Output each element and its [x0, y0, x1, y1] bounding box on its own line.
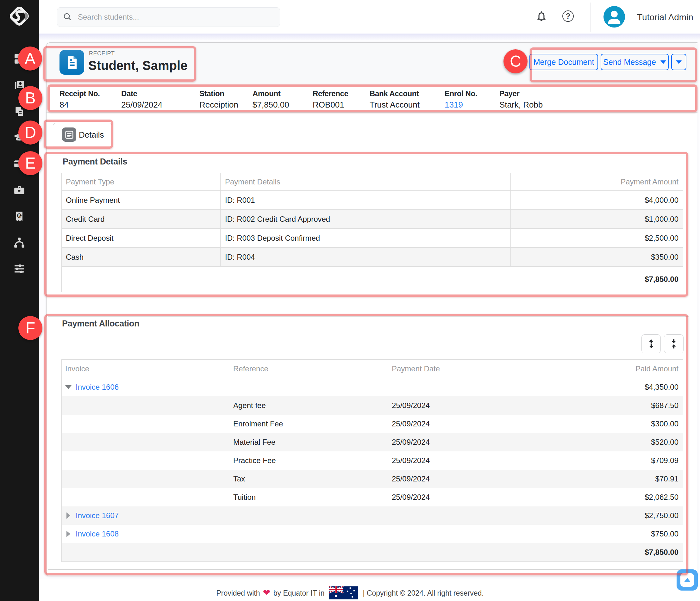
reference-cell: Tuition: [233, 488, 392, 506]
receipt-document-icon: [59, 50, 84, 75]
sidebar-item-agents[interactable]: [13, 184, 26, 197]
sidebar-item-courses[interactable]: [13, 131, 26, 144]
info-label: Receipt No.: [59, 89, 100, 98]
allocation-total: $7,850.00: [507, 543, 683, 561]
info-value: $7,850.00: [252, 100, 289, 109]
collapse-all-button[interactable]: [664, 334, 683, 353]
payment-details-cell: ID: R001: [221, 191, 511, 209]
reference-cell: [233, 506, 392, 525]
payment-date-cell: 25/09/2024: [392, 470, 507, 488]
avatar[interactable]: [603, 6, 625, 28]
svg-text:$: $: [18, 213, 21, 218]
merge-document-button[interactable]: Merge Document: [529, 54, 598, 70]
network-icon: [13, 236, 26, 249]
invoice-cell: [62, 470, 233, 488]
footer-text-middle: by Equator IT in: [273, 589, 325, 597]
allocation-sub-row: Agent fee25/09/2024$687.50: [62, 396, 683, 415]
bell-icon[interactable]: [535, 10, 548, 23]
payment-date-cell: [392, 506, 507, 525]
agents-icon: [13, 184, 26, 197]
tab-strip-border: [48, 146, 692, 146]
info-label: Station: [199, 89, 238, 98]
more-actions-button[interactable]: [671, 54, 686, 70]
expand-row-icon[interactable]: [67, 531, 70, 537]
payment-details-cell: ID: R004: [221, 248, 511, 266]
allocation-sub-row: Tax25/09/2024$70.91: [62, 470, 683, 488]
reference-cell: Enrolment Fee: [233, 415, 392, 433]
info-value: 25/09/2024: [121, 100, 162, 109]
expand-all-icon: [646, 338, 657, 349]
info-field-date: Date25/09/2024: [121, 85, 162, 109]
sidebar-item-students[interactable]: [13, 79, 26, 92]
payment-details-total: $7,850.00: [62, 267, 683, 292]
payment-amount-cell: $1,000.00: [511, 210, 683, 228]
scroll-top-button[interactable]: [677, 569, 698, 591]
collapse-row-icon[interactable]: [65, 385, 72, 389]
info-field-receipt-no: Receipt No.84: [59, 85, 100, 109]
payment-date-cell: 25/09/2024: [392, 451, 507, 470]
send-message-button[interactable]: Send Message: [601, 54, 669, 70]
total-spacer: [233, 543, 392, 561]
sidebar-item-network[interactable]: [13, 236, 26, 249]
page: ? Tutorial Admin RECEIPT Student, Sample…: [0, 0, 700, 601]
tab-details-label: Details: [79, 130, 104, 140]
sidebar-item-documents[interactable]: [13, 105, 26, 118]
invoice-cell: Invoice 1607: [62, 506, 233, 525]
expand-row-icon[interactable]: [67, 513, 70, 519]
allocation-sub-row: Practice Fee25/09/2024$709.09: [62, 451, 683, 470]
paid-amount-cell: $300.00: [507, 415, 683, 433]
col-reference: Reference: [233, 360, 392, 378]
total-spacer: [392, 543, 507, 561]
topbar-shadow: [39, 34, 700, 41]
invoice-cell: Invoice 1606: [62, 378, 233, 396]
reference-cell: Material Fee: [233, 433, 392, 451]
payment-type-cell: Online Payment: [62, 191, 221, 209]
allocation-invoice-row: Invoice 1607$2,750.00: [62, 506, 683, 525]
payment-type-cell: Credit Card: [62, 210, 221, 228]
expand-all-button[interactable]: [642, 334, 661, 353]
payment-allocation-title: Payment Allocation: [62, 319, 139, 329]
sidebar-item-dashboard[interactable]: [13, 53, 26, 65]
payment-date-cell: 25/09/2024: [392, 488, 507, 506]
sidebar-item-billing[interactable]: $: [13, 210, 26, 223]
sidebar-item-settings[interactable]: [13, 263, 26, 275]
payment-details-divider: [48, 156, 689, 156]
students-icon: [13, 79, 26, 92]
invoice-link[interactable]: Invoice 1608: [76, 529, 119, 539]
payment-details-row: Credit CardID: R002 Credit Card Approved…: [62, 210, 683, 229]
page-title: Student, Sample: [88, 58, 188, 73]
payment-details-table: Payment TypePayment DetailsPayment Amoun…: [61, 173, 683, 292]
payment-details-title: Payment Details: [62, 157, 127, 167]
invoice-link[interactable]: Invoice 1606: [76, 383, 119, 392]
payment-details-row: CashID: R004$350.00: [62, 248, 683, 267]
username[interactable]: Tutorial Admin: [637, 12, 693, 23]
info-label: Payer: [499, 89, 543, 98]
paid-amount-cell: $709.09: [507, 451, 683, 470]
sidebar-item-payments[interactable]: [13, 158, 26, 170]
payment-details-cell: ID: R002 Credit Card Approved: [221, 210, 511, 228]
send-message-caret-icon: [660, 60, 666, 64]
heart-icon: ❤: [262, 588, 271, 598]
search-input[interactable]: [78, 8, 268, 26]
info-value-link[interactable]: 1319: [445, 100, 477, 109]
paid-amount-cell: $2,750.00: [507, 506, 683, 525]
footer-text-suffix: | Copyright © 2024. All right reserved.: [362, 589, 483, 597]
sidebar: $: [0, 0, 39, 601]
payment-allocation-divider: [48, 316, 689, 317]
invoice-link[interactable]: Invoice 1607: [76, 511, 119, 520]
paid-amount-cell: $520.00: [507, 433, 683, 451]
app-logo-icon[interactable]: [7, 4, 32, 28]
invoice-cell: [62, 488, 233, 506]
receipt-info-row: Receipt No.84Date25/09/2024StationReceip…: [47, 85, 698, 113]
allocation-header-row: InvoiceReferencePayment DatePaid Amount: [62, 360, 683, 378]
payment-details-header-row: Payment TypePayment DetailsPayment Amoun…: [62, 173, 683, 191]
payment-date-cell: 25/09/2024: [392, 433, 507, 451]
reference-cell: [233, 378, 392, 396]
tab-details[interactable]: Details: [53, 123, 112, 146]
paid-amount-cell: $750.00: [507, 525, 683, 543]
info-value: 84: [59, 100, 100, 109]
allocation-sub-row: Enrolment Fee25/09/2024$300.00: [62, 415, 683, 433]
payment-details-cell: ID: R003 Deposit Confirmed: [221, 229, 511, 247]
help-icon[interactable]: ?: [562, 10, 574, 22]
col-payment-details: Payment Details: [221, 173, 511, 190]
